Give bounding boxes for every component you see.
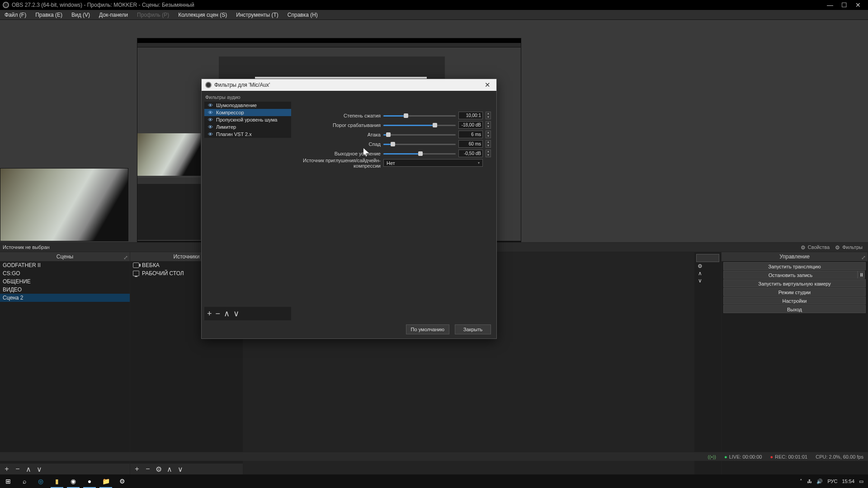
remove-filter-button[interactable]: − <box>216 309 221 319</box>
close-dialog-button[interactable]: Закрыть <box>455 324 491 334</box>
scene-up-button[interactable]: ∧ <box>24 465 33 473</box>
gain-slider[interactable] <box>383 152 456 155</box>
properties-button[interactable]: Свойства <box>798 244 832 251</box>
tray-chevron-icon[interactable]: ˄ <box>800 479 802 484</box>
maximize-button[interactable]: ☐ <box>841 1 847 9</box>
scene-item[interactable]: GODFATHER II <box>0 261 130 269</box>
gain-spinner[interactable]: ▲▼ <box>486 150 491 157</box>
folder-icon[interactable]: 📁 <box>98 474 114 488</box>
menu-view[interactable]: Вид (V) <box>67 10 94 19</box>
ratio-value[interactable]: 10,00:1 <box>458 112 483 119</box>
attack-slider[interactable] <box>383 133 456 136</box>
signal-icon: ((•)) <box>708 454 716 460</box>
exit-button[interactable]: Выход <box>723 305 866 313</box>
tray-time[interactable]: 15:54 <box>842 479 854 484</box>
popout-icon[interactable]: ⤢ <box>861 253 866 262</box>
scenes-list[interactable]: GODFATHER IICS:GOОБЩЕНИЕВИДЕОСцена 2 <box>0 261 130 464</box>
source-down-button[interactable]: ∨ <box>176 465 184 473</box>
ratio-spinner[interactable]: ▲▼ <box>486 112 491 119</box>
filter-list[interactable]: 👁Шумоподавление👁Компрессор👁Пропускной ур… <box>204 102 291 320</box>
dialog-close-button[interactable]: ✕ <box>482 81 493 89</box>
filter-item[interactable]: 👁Плагин VST 2.x <box>204 131 291 138</box>
source-settings-button[interactable]: ⚙ <box>155 465 163 473</box>
popout-icon[interactable]: ⤢ <box>123 253 128 262</box>
release-spinner[interactable]: ▲▼ <box>486 140 491 148</box>
filter-item[interactable]: 👁Лимитер <box>204 123 291 131</box>
gain-value[interactable]: -0,50 dB <box>458 150 483 157</box>
minimize-button[interactable]: — <box>827 1 833 9</box>
sidechain-label: Источник приглушения/сайдчейн-компрессии <box>297 158 381 169</box>
transition-down-button[interactable]: ∨ <box>696 277 703 284</box>
search-button[interactable]: ⌕ <box>16 474 33 488</box>
controls-header: Управление⤢ <box>722 252 868 261</box>
threshold-spinner[interactable]: ▲▼ <box>486 121 491 129</box>
filter-item[interactable]: 👁Компрессор <box>204 109 291 116</box>
transition-settings-button[interactable]: ⚙ <box>696 263 703 269</box>
defaults-button[interactable]: По умолчанию <box>406 324 449 334</box>
sidechain-select[interactable]: Нет▾ <box>383 159 483 167</box>
add-filter-button[interactable]: + <box>207 309 212 319</box>
release-label: Спад <box>297 141 381 147</box>
menu-edit[interactable]: Правка (E) <box>31 10 67 19</box>
filter-up-button[interactable]: ∧ <box>224 309 230 319</box>
system-tray[interactable]: ˄ 🖧 🔊 РУС 15:54 ▭ <box>800 479 868 484</box>
explorer-icon[interactable]: ▮ <box>49 474 65 488</box>
threshold-slider[interactable] <box>383 124 456 127</box>
scene-item[interactable]: CS:GO <box>0 269 130 277</box>
menu-scene-collection[interactable]: Коллекция сцен (S) <box>174 10 231 19</box>
filter-label: Лимитер <box>216 124 236 130</box>
remove-scene-button[interactable]: − <box>14 465 22 473</box>
close-button[interactable]: ✕ <box>855 1 861 9</box>
add-scene-button[interactable]: + <box>3 465 11 473</box>
filter-item[interactable]: 👁Шумоподавление <box>204 102 291 109</box>
ratio-slider[interactable] <box>383 114 456 117</box>
visibility-icon[interactable]: 👁 <box>207 117 213 122</box>
visibility-icon[interactable]: 👁 <box>207 110 213 115</box>
settings-icon[interactable]: ⚙ <box>114 474 130 488</box>
start-button[interactable]: ⊞ <box>0 474 16 488</box>
threshold-value[interactable]: -18,00 dB <box>458 121 483 129</box>
chevron-down-icon: ▾ <box>478 161 480 165</box>
filter-item[interactable]: 👁Пропускной уровень шума <box>204 116 291 123</box>
menu-dock[interactable]: Док-панели <box>94 10 132 19</box>
release-slider[interactable] <box>383 143 456 145</box>
visibility-icon[interactable]: 👁 <box>207 103 213 108</box>
menu-help[interactable]: Справка (H) <box>283 10 322 19</box>
attack-value[interactable]: 6 ms <box>458 131 483 138</box>
attack-spinner[interactable]: ▲▼ <box>486 131 491 138</box>
tray-lang[interactable]: РУС <box>827 479 837 484</box>
dialog-titlebar: Фильтры для 'Mic/Aux' ✕ <box>202 79 496 91</box>
add-source-button[interactable]: + <box>133 465 141 473</box>
menu-file[interactable]: Файл (F) <box>0 10 31 19</box>
menu-tools[interactable]: Инструменты (T) <box>231 10 283 19</box>
scene-down-button[interactable]: ∨ <box>35 465 43 473</box>
transition-up-button[interactable]: ∧ <box>696 270 703 277</box>
menubar: Файл (F) Правка (E) Вид (V) Док-панели П… <box>0 10 868 20</box>
visibility-icon[interactable]: 👁 <box>207 124 213 130</box>
scene-item[interactable]: Сцена 2 <box>0 294 130 302</box>
transition-select[interactable] <box>696 254 719 262</box>
scene-item[interactable]: ВИДЕО <box>0 286 130 294</box>
remove-source-button[interactable]: − <box>144 465 152 473</box>
start-streaming-button[interactable]: Запустить трансляцию <box>723 262 866 270</box>
stop-recording-button[interactable]: Остановить запись⏸ <box>723 271 858 279</box>
edge-icon[interactable]: ◎ <box>33 474 49 488</box>
chrome-icon[interactable]: ◉ <box>65 474 81 488</box>
release-value[interactable]: 60 ms <box>458 140 483 148</box>
tray-notifications-icon[interactable]: ▭ <box>859 479 863 484</box>
scene-item[interactable]: ОБЩЕНИЕ <box>0 277 130 286</box>
pause-icon[interactable]: ⏸ <box>858 271 865 279</box>
settings-button[interactable]: Настройки <box>723 296 866 305</box>
visibility-icon[interactable]: 👁 <box>207 131 213 137</box>
tray-volume-icon[interactable]: 🔊 <box>816 479 823 484</box>
studio-mode-button[interactable]: Режим студии <box>723 288 866 296</box>
monitor-icon <box>133 271 139 276</box>
filter-down-button[interactable]: ∨ <box>233 309 239 319</box>
menu-profile[interactable]: Профиль (P) <box>132 10 174 19</box>
start-vcam-button[interactable]: Запустить виртуальную камеру <box>723 279 866 287</box>
scenes-panel: Сцены⤢ GODFATHER IICS:GOОБЩЕНИЕВИДЕОСцен… <box>0 252 130 474</box>
filters-button[interactable]: Фильтры <box>832 244 865 251</box>
obs-icon[interactable]: ● <box>81 474 98 488</box>
tray-network-icon[interactable]: 🖧 <box>807 479 812 484</box>
source-up-button[interactable]: ∧ <box>165 465 174 473</box>
